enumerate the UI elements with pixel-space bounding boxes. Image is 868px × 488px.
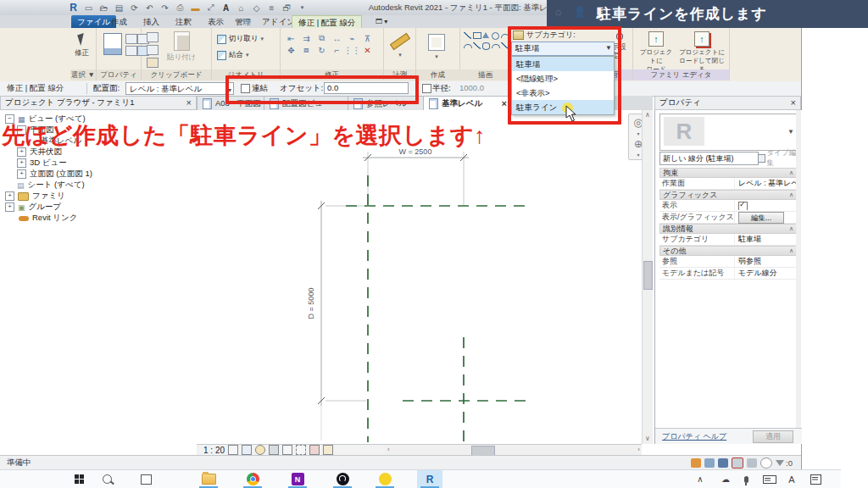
crop-region-visible-icon[interactable] xyxy=(296,445,306,455)
draw-rectangle-icon[interactable] xyxy=(473,32,481,39)
type-selector[interactable]: R ▼ xyxy=(659,114,798,151)
hide-elements-icon[interactable] xyxy=(309,445,320,455)
task-view-button[interactable] xyxy=(136,472,156,486)
expand-icon[interactable]: + xyxy=(5,191,14,201)
draw-tools-grid[interactable] xyxy=(464,32,509,52)
save-icon[interactable]: ▤ xyxy=(114,3,125,14)
property-row[interactable]: 参照 弱参照 xyxy=(659,256,797,268)
visual-style-icon[interactable] xyxy=(242,445,252,455)
placement-plane-combobox[interactable]: レベル : 基準レベル ▾ xyxy=(125,82,234,95)
app-yellow-button[interactable] xyxy=(375,472,395,486)
sun-path-icon[interactable] xyxy=(255,445,265,455)
expand-icon[interactable]: + xyxy=(5,202,14,212)
tree-item-3d-views[interactable]: + 3D ビュー xyxy=(17,158,67,169)
chevron-down-icon[interactable]: ▾ xyxy=(637,130,639,136)
properties-help-link[interactable]: プロパティ ヘルプ xyxy=(662,431,726,442)
draw-circle-icon[interactable] xyxy=(492,32,499,40)
revit-logo-icon[interactable]: R xyxy=(68,3,79,14)
window-icon[interactable]: ▭ xyxy=(83,3,94,14)
open-icon[interactable]: 🗁 xyxy=(98,3,109,14)
scroll-left-icon[interactable]: ‹ xyxy=(387,445,390,455)
scroll-down-icon[interactable]: ∨ xyxy=(643,434,653,444)
properties-button[interactable] xyxy=(103,33,122,55)
rotate-icon[interactable]: ↻ xyxy=(315,44,328,56)
tab-view[interactable]: 表示 xyxy=(202,15,230,28)
select-pinned-icon[interactable] xyxy=(732,458,743,469)
clipboard-small-buttons[interactable] xyxy=(147,32,159,68)
chevron-down-icon[interactable]: ▾ xyxy=(637,152,639,158)
draw-spline-icon[interactable] xyxy=(473,42,481,49)
tab-insert[interactable]: 挿入 xyxy=(137,15,165,28)
delete-icon[interactable]: ✕ xyxy=(361,44,374,56)
radius-checkbox[interactable] xyxy=(422,84,431,93)
redo-icon[interactable]: ↷ xyxy=(159,3,170,14)
tree-item-families[interactable]: + ファミリ xyxy=(5,191,65,202)
paste-button[interactable]: 貼り付け xyxy=(167,31,196,61)
horizontal-scrollbar[interactable]: ‹ › xyxy=(386,445,642,455)
undo-icon[interactable]: ↶ xyxy=(144,3,155,14)
measure-button[interactable]: ▾ xyxy=(390,38,410,58)
offset-icon[interactable]: ⇉ xyxy=(300,32,313,44)
tab-modify-place-lines[interactable]: 修正 | 配置 線分 xyxy=(292,15,362,29)
cut-geometry-button[interactable]: 切り取り ▾ xyxy=(217,34,264,44)
visibility-checkbox[interactable]: ✓ xyxy=(738,202,748,210)
property-row[interactable]: 表示 ✓ xyxy=(659,200,797,212)
copy-icon[interactable] xyxy=(147,45,159,55)
aligned-dimension-icon[interactable]: ⤢ xyxy=(205,3,216,14)
filter-icon[interactable] xyxy=(776,460,784,466)
switch-windows-icon[interactable]: 🗗 xyxy=(281,3,292,14)
worksets-icon[interactable] xyxy=(691,458,701,468)
modify-tool-button[interactable]: 修正 xyxy=(75,32,89,57)
section-icon[interactable]: ◇ xyxy=(251,3,262,14)
close-icon[interactable]: × xyxy=(502,99,507,108)
select-by-face-icon[interactable] xyxy=(747,458,757,468)
section-other[interactable]: その他∧ xyxy=(659,246,797,256)
tray-expand-button[interactable]: ∧ xyxy=(690,472,710,486)
trim-icon[interactable]: ⌐ xyxy=(331,44,343,56)
close-icon[interactable]: × xyxy=(791,98,796,108)
section-graphics[interactable]: グラフィックス∧ xyxy=(659,190,797,200)
drawing-area[interactable]: W = 2500 D = 5000 ◎ ▾ ⊕ xyxy=(197,110,653,444)
pin-icon[interactable]: ⊼ xyxy=(361,32,374,44)
file-explorer-button[interactable] xyxy=(198,472,219,486)
draw-tangent-arc-icon[interactable] xyxy=(492,44,500,48)
copy-move-icon[interactable]: ⧇ xyxy=(300,44,313,56)
chevron-down-icon[interactable]: ▼ xyxy=(787,128,794,136)
property-row[interactable]: モデルまたは記号 モデル線分 xyxy=(659,268,797,280)
apply-button[interactable]: 適用 xyxy=(753,430,793,443)
scroll-right-icon[interactable]: › xyxy=(637,445,640,455)
ime-mode-button[interactable]: A xyxy=(782,472,802,486)
move-icon[interactable]: ✥ xyxy=(285,44,298,56)
onedrive-tray-button[interactable]: ☁ xyxy=(715,472,736,486)
expand-icon[interactable]: + xyxy=(17,169,26,179)
load-into-project-close-button[interactable]: ↑ プロジェクトにロードして閉じる xyxy=(677,31,726,74)
panel-label-select[interactable]: 選択 ▼ xyxy=(70,69,96,80)
draw-ellipse-icon[interactable] xyxy=(482,42,490,50)
revit-taskbar-button[interactable]: R xyxy=(417,470,442,488)
modify-tools-grid[interactable]: ⇤ ⇉ ⧉ ↔ ⌁ ⊼ ✥ ⧇ ↻ ⌐ ⋮⋮ ✕ xyxy=(285,32,376,56)
close-icon[interactable]: × xyxy=(186,98,192,108)
load-into-project-button[interactable]: ↑ プロジェクトにロード xyxy=(637,31,676,74)
taskbar-search-button[interactable] xyxy=(97,472,117,486)
touch-keyboard-button[interactable] xyxy=(760,472,780,486)
ribbon-display-toggle-icon[interactable]: 🗖 ▾ xyxy=(370,15,393,28)
join-geometry-button[interactable]: 結合 ▾ xyxy=(217,50,249,60)
extend-icon[interactable]: ↔ xyxy=(331,32,343,44)
tab-create[interactable]: 作成 xyxy=(105,15,133,28)
section-identity-data[interactable]: 識別情報∧ xyxy=(659,224,797,234)
design-options-icon[interactable] xyxy=(704,458,715,468)
property-row[interactable]: サブカテゴリ 駐車場 xyxy=(659,234,797,246)
scroll-up-icon[interactable]: ∧ xyxy=(643,110,653,120)
detail-level-icon[interactable] xyxy=(228,445,238,455)
create-group-button[interactable]: ▾ xyxy=(428,34,445,60)
crop-view-icon[interactable] xyxy=(282,445,292,455)
cut-icon[interactable] xyxy=(147,32,159,42)
text-icon[interactable]: A xyxy=(220,3,231,14)
property-row[interactable]: 表示/グラフィックスの... 編集... xyxy=(659,212,797,224)
type-name-combobox[interactable]: 新しい 線分 (駐車場) xyxy=(659,152,759,165)
properties-scrollbar[interactable] xyxy=(796,110,801,429)
property-row[interactable]: 作業面 レベル : 基準レベル xyxy=(659,178,797,190)
split-icon[interactable]: ⌁ xyxy=(346,32,359,44)
shadows-icon[interactable] xyxy=(269,445,279,455)
chrome-button[interactable] xyxy=(242,472,263,486)
